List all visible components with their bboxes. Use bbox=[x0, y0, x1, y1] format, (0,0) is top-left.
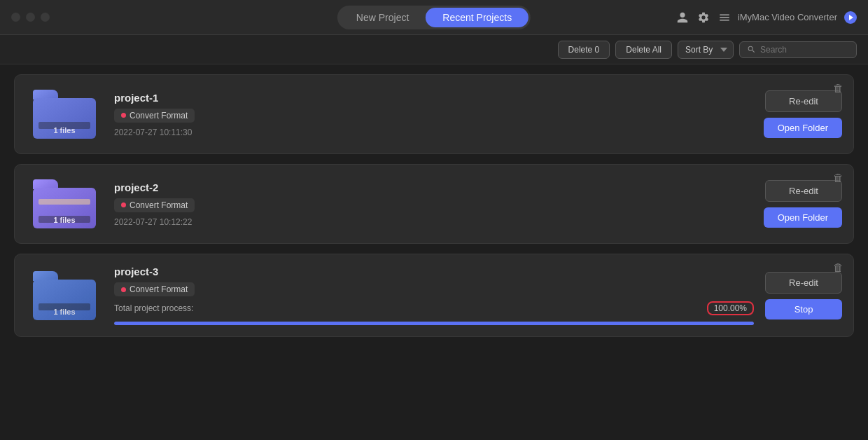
reedit-button-3[interactable]: Re-edit bbox=[765, 272, 842, 294]
progress-section-3: Total project process: 100.00% bbox=[114, 301, 754, 325]
open-folder-button-1[interactable]: Open Folder bbox=[764, 118, 842, 138]
toolbar: Delete 0 Delete All Sort By Date Name Si… bbox=[0, 35, 868, 64]
progress-bar-fill-3 bbox=[114, 322, 754, 325]
files-label-3: 1 files bbox=[33, 308, 96, 316]
project-info-3: project-3 Convert Format Total project p… bbox=[114, 266, 754, 325]
badge-label-2: Convert Format bbox=[130, 200, 188, 210]
titlebar: New Project Recent Projects iMyMac Video… bbox=[0, 0, 868, 35]
files-label-2: 1 files bbox=[33, 216, 96, 224]
badge-label-3: Convert Format bbox=[130, 284, 188, 294]
open-folder-button-2[interactable]: Open Folder bbox=[764, 207, 842, 228]
folder-thumb-3: 1 files bbox=[26, 268, 103, 324]
project-card: 🗑 1 files project-1 Convert Format 2022-… bbox=[14, 74, 854, 154]
badge-dot-1 bbox=[121, 113, 126, 118]
project-card-2: 🗑 1 files project-2 Convert Format 2022-… bbox=[14, 164, 854, 244]
project-info-2: project-2 Convert Format 2022-07-27 10:1… bbox=[114, 181, 752, 227]
project-info-1: project-1 Convert Format 2022-07-27 10:1… bbox=[114, 92, 752, 137]
project-actions-3: Re-edit Stop bbox=[765, 272, 842, 319]
sort-select[interactable]: Sort By Date Name Size bbox=[678, 41, 734, 59]
menu-icon[interactable] bbox=[718, 11, 731, 24]
reedit-button-2[interactable]: Re-edit bbox=[765, 180, 842, 202]
account-icon[interactable] bbox=[676, 11, 689, 24]
stop-button-3[interactable]: Stop bbox=[765, 299, 842, 319]
folder-thumb-1: 1 files bbox=[26, 86, 103, 142]
traffic-lights bbox=[11, 13, 50, 22]
progress-row-3: Total project process: 100.00% bbox=[114, 301, 754, 315]
delete-project-3-icon[interactable]: 🗑 bbox=[833, 261, 844, 273]
brand-icons bbox=[676, 11, 731, 24]
files-label-1: 1 files bbox=[33, 126, 96, 135]
project-date-2: 2022-07-27 10:12:22 bbox=[114, 217, 752, 227]
convert-badge-1: Convert Format bbox=[114, 109, 195, 123]
progress-pct-3: 100.00% bbox=[707, 301, 754, 315]
tab-new-project[interactable]: New Project bbox=[340, 8, 426, 27]
svg-marker-0 bbox=[849, 15, 853, 20]
delete-0-button[interactable]: Delete 0 bbox=[558, 41, 610, 59]
delete-project-1-icon[interactable]: 🗑 bbox=[833, 82, 844, 94]
delete-project-2-icon[interactable]: 🗑 bbox=[833, 172, 844, 184]
project-name-3: project-3 bbox=[114, 266, 754, 277]
minimize-button[interactable] bbox=[26, 13, 35, 22]
search-input[interactable] bbox=[760, 45, 849, 55]
search-icon bbox=[747, 45, 756, 54]
main-content: 🗑 1 files project-1 Convert Format 2022-… bbox=[0, 64, 868, 440]
tab-recent-projects[interactable]: Recent Projects bbox=[426, 8, 528, 27]
progress-label-3: Total project process: bbox=[114, 303, 193, 313]
project-actions-2: Re-edit Open Folder bbox=[764, 180, 842, 228]
search-box bbox=[739, 41, 857, 58]
brand-name: iMyMac Video Converter bbox=[738, 12, 837, 22]
progress-bar-wrap-3 bbox=[114, 322, 754, 325]
project-card-3: 🗑 1 files project-3 Convert Format Total… bbox=[14, 254, 854, 337]
project-actions-1: Re-edit Open Folder bbox=[764, 90, 842, 138]
project-name-1: project-1 bbox=[114, 92, 752, 104]
badge-label-1: Convert Format bbox=[130, 111, 188, 121]
badge-dot-3 bbox=[121, 287, 126, 292]
app-icon bbox=[844, 11, 857, 24]
project-date-1: 2022-07-27 10:11:30 bbox=[114, 128, 752, 137]
close-button[interactable] bbox=[11, 13, 20, 22]
tab-group: New Project Recent Projects bbox=[337, 6, 531, 29]
maximize-button[interactable] bbox=[41, 13, 50, 22]
delete-all-button[interactable]: Delete All bbox=[615, 41, 672, 59]
reedit-button-1[interactable]: Re-edit bbox=[765, 90, 842, 112]
folder-thumb-2: 1 files bbox=[26, 176, 103, 232]
convert-badge-3: Convert Format bbox=[114, 282, 195, 296]
settings-icon[interactable] bbox=[697, 11, 710, 24]
convert-badge-2: Convert Format bbox=[114, 198, 195, 212]
project-name-2: project-2 bbox=[114, 181, 752, 193]
app-brand: iMyMac Video Converter bbox=[676, 11, 857, 24]
badge-dot-2 bbox=[121, 202, 126, 207]
